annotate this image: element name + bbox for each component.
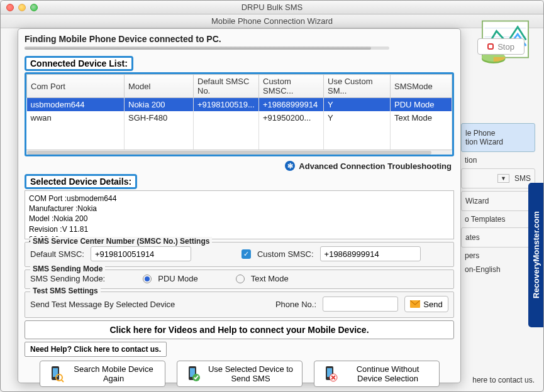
custom-smsc-input[interactable] [320, 246, 421, 261]
default-smsc-label: Default SMSC: [30, 249, 84, 259]
test-sms-group: Test SMS Settings Send Test Message By S… [25, 291, 454, 318]
side-banner[interactable]: RecoveryMonster.com [528, 183, 543, 327]
wizard-dialog: Finding Mobile Phone Device connected to… [18, 28, 461, 383]
stop-button[interactable]: Stop [477, 38, 525, 55]
window-subtitle: Mobile Phone Connection Wizard [1, 14, 543, 28]
title-bar: DRPU Bulk SMS [1, 1, 543, 14]
device-details-box: COM Port :usbmodem644 Manufacturer :Noki… [25, 190, 454, 239]
selected-device-details-label: Selected Device Details: [25, 174, 137, 189]
smsc-settings-group: SMS Service Center Number (SMSC No.) Set… [25, 242, 454, 267]
finding-heading: Finding Mobile Phone Device connected to… [25, 34, 454, 44]
phone-no-label: Phone No.: [275, 300, 316, 309]
background-contact-text: here to contact us. [472, 376, 535, 384]
advanced-troubleshooting-link[interactable]: ✻ Advanced Connection Troubleshooting [25, 159, 454, 173]
stop-icon [487, 43, 494, 50]
search-mobile-again-button[interactable]: Search Mobile Device Again [40, 361, 165, 387]
continue-without-device-button[interactable]: Continue Without Device Selection [314, 361, 440, 387]
videos-help-link[interactable]: Click here for Videos and Help to connec… [25, 320, 454, 339]
phone-search-icon [47, 365, 64, 383]
text-mode-radio[interactable] [236, 275, 245, 283]
background-sidebar: le Phonetion Wizard tion ▼SMS Wizard o T… [461, 123, 535, 278]
minimize-icon[interactable] [18, 4, 26, 11]
default-smsc-input[interactable] [91, 246, 191, 261]
table-row[interactable]: usbmodem644Nokia 200+9198100519...+19868… [27, 98, 452, 112]
contact-us-link[interactable]: Need Help? Click here to contact us. [25, 342, 167, 357]
connected-device-list-label: Connected Device List: [25, 56, 133, 71]
table-row [27, 124, 452, 137]
sending-mode-label: SMS Sending Mode: [30, 274, 105, 283]
send-test-label: Send Test Message By Selected Device [30, 300, 175, 309]
window-title: DRPU Bulk SMS [1, 3, 543, 12]
device-table[interactable]: Com Port Model Default SMSC No. Custom S… [25, 72, 454, 156]
phone-no-input[interactable] [323, 297, 398, 312]
table-row[interactable]: wwanSGH-F480+91950200...YText Mode [27, 111, 452, 124]
pdu-mode-radio[interactable] [143, 275, 152, 283]
custom-smsc-checkbox[interactable]: ✓ [241, 249, 251, 259]
table-scrollbar[interactable] [26, 150, 452, 155]
table-row [27, 137, 452, 150]
use-selected-device-button[interactable]: Use Selected Device to Send SMS [177, 361, 303, 387]
phone-cancel-icon [321, 365, 338, 383]
gear-icon: ✻ [285, 161, 295, 171]
svg-line-10 [62, 380, 64, 382]
progress-bar [25, 46, 389, 50]
close-icon[interactable] [6, 4, 14, 11]
send-button[interactable]: Send [404, 296, 448, 312]
custom-smsc-label: Custom SMSC: [257, 249, 314, 259]
phone-check-icon [184, 365, 201, 383]
maximize-icon[interactable] [30, 4, 38, 11]
table-header-row: Com Port Model Default SMSC No. Custom S… [27, 75, 452, 98]
envelope-icon [410, 300, 420, 308]
